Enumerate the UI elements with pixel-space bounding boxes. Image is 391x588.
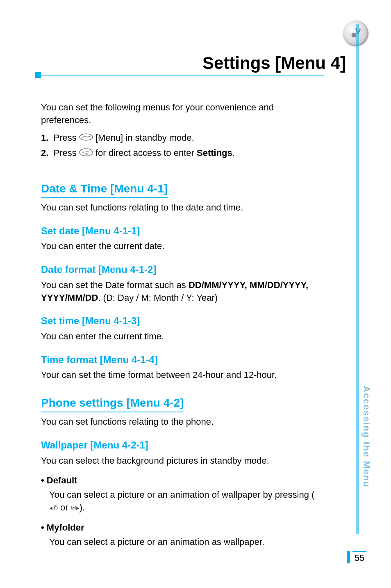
- nav-left-icon: ◂✆: [49, 503, 58, 512]
- bullet-myfolder: • Myfolder: [41, 522, 320, 534]
- set-date-body: You can enter the current date.: [41, 240, 320, 253]
- set-time-body: You can enter the current time.: [41, 330, 320, 343]
- page-title: Settings [Menu 4]: [41, 53, 346, 75]
- steps-list: 1. Press [Menu] in standby mode. 2. Pres…: [41, 132, 320, 160]
- heading-time-format: Time format [Menu 4-1-4]: [41, 353, 320, 367]
- phone-desc: You can set functions relating to the ph…: [41, 416, 320, 428]
- nav-right-icon: ✉▸: [71, 503, 80, 512]
- page-footer: 55: [347, 551, 366, 563]
- heading-set-time: Set time [Menu 4-1-3]: [41, 314, 320, 328]
- heading-phone-settings: Phone settings [Menu 4-2]: [41, 395, 184, 412]
- heading-set-date: Set date [Menu 4-1-1]: [41, 224, 320, 238]
- date-format-body: You can set the Date format such as DD/M…: [41, 279, 320, 304]
- svg-text:ghi: ghi: [85, 153, 88, 155]
- svg-text:4: 4: [82, 151, 84, 154]
- side-accent-bar: [356, 24, 359, 534]
- content-area: You can set the following menus for your…: [41, 101, 320, 548]
- date-time-desc: You can set functions relating to the da…: [41, 201, 320, 214]
- bullet-myfolder-body: You can select a picture or an animation…: [49, 536, 320, 549]
- side-section-label: Accessing the Menu: [359, 386, 372, 509]
- heading-wallpaper: Wallpaper [Menu 4-2-1]: [41, 438, 320, 452]
- key-4ghi-icon: 4mnoghi: [79, 147, 93, 160]
- page-number: 55: [352, 551, 366, 563]
- title-rule: [41, 75, 354, 79]
- step-2: 2. Press 4mnoghi for direct access to en…: [41, 147, 320, 160]
- header-block: Settings [Menu 4]: [41, 53, 354, 79]
- heading-date-time: Date & Time [Menu 4-1]: [41, 181, 168, 198]
- svg-point-3: [80, 134, 93, 140]
- bullet-default-body: You can select a picture or an animation…: [49, 489, 320, 514]
- wallpaper-desc: You can select the background pictures i…: [41, 455, 320, 467]
- time-format-body: Your can set the time format between 24-…: [41, 369, 320, 382]
- heading-date-format: Date format [Menu 4-1-2]: [41, 263, 320, 277]
- step-1: 1. Press [Menu] in standby mode.: [41, 132, 320, 145]
- softkey-icon: [79, 132, 93, 144]
- intro-text: You can set the following menus for your…: [41, 101, 320, 127]
- bullet-default: • Default: [41, 474, 320, 487]
- manual-page: Settings [Menu 4] You can set the follow…: [0, 0, 391, 588]
- footer-accent: [347, 551, 350, 563]
